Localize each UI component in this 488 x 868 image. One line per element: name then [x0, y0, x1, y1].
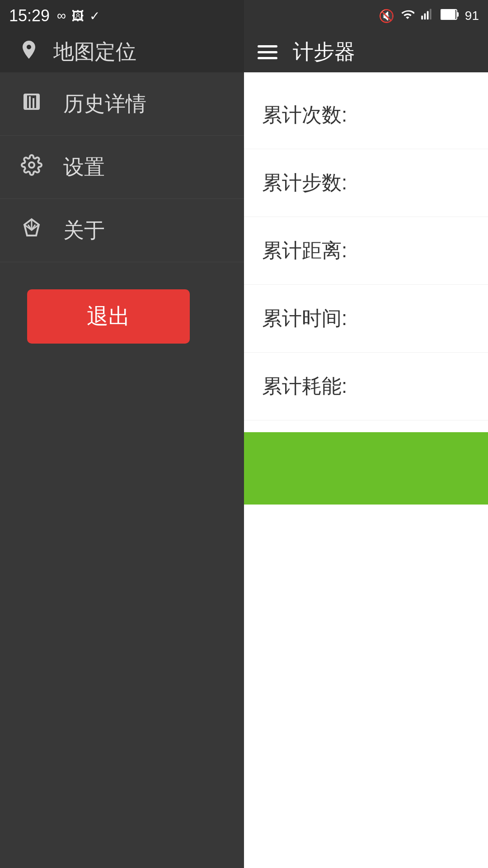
- status-time: 15:29: [9, 6, 50, 25]
- diamond-icon: [18, 217, 45, 244]
- stats-list: 累计次数: 累计步数: 累计距离: 累计时间: 累计耗能:: [244, 72, 488, 429]
- drawer-item-settings[interactable]: 设置: [0, 136, 244, 199]
- svg-rect-13: [430, 9, 432, 19]
- stat-item-calories: 累计耗能:: [244, 353, 488, 420]
- status-icons: ∞ 🖼 ✓: [57, 9, 100, 24]
- stat-item-count: 累计次数:: [244, 81, 488, 149]
- svg-rect-10: [421, 15, 423, 19]
- battery-icon: [441, 9, 459, 24]
- menu-line-1: [258, 45, 277, 47]
- status-bar-left: 15:29 ∞ 🖼 ✓: [0, 0, 244, 32]
- menu-button[interactable]: [258, 45, 277, 59]
- logout-area: 退出: [0, 262, 244, 344]
- stat-label-calories: 累计耗能:: [262, 373, 347, 400]
- green-button-area: [244, 432, 488, 506]
- left-drawer: 15:29 ∞ 🖼 ✓ 地图定位 历史详情: [0, 0, 244, 868]
- svg-rect-16: [457, 12, 459, 17]
- svg-point-5: [29, 162, 34, 168]
- menu-line-3: [258, 57, 277, 59]
- drawer-item-about[interactable]: 关于: [0, 199, 244, 262]
- image-icon: 🖼: [71, 9, 84, 24]
- svg-rect-11: [424, 13, 426, 19]
- right-panel-title: 计步器: [293, 38, 355, 66]
- stat-item-time: 累计时间:: [244, 285, 488, 353]
- stat-label-steps: 累计步数:: [262, 170, 347, 196]
- svg-rect-12: [427, 11, 429, 19]
- mute-icon: 🔇: [379, 9, 394, 24]
- battery-percentage: 91: [465, 9, 479, 23]
- status-bar-right: 🔇 91: [244, 0, 488, 32]
- signal-icon: [421, 8, 434, 24]
- drawer-item-settings-label: 设置: [63, 153, 105, 181]
- svg-rect-15: [441, 10, 455, 19]
- right-panel: 🔇 91: [244, 0, 488, 868]
- status-right-icons: 🔇 91: [379, 8, 479, 24]
- stat-item-distance: 累计距离:: [244, 217, 488, 285]
- start-button[interactable]: [244, 432, 488, 505]
- menu-line-2: [258, 51, 277, 53]
- drawer-item-history-label: 历史详情: [63, 90, 146, 118]
- stat-label-count: 累计次数:: [262, 102, 347, 128]
- wifi-icon: [401, 8, 414, 24]
- infinity-icon: ∞: [57, 9, 66, 23]
- stat-label-time: 累计时间:: [262, 305, 347, 332]
- logout-button[interactable]: 退出: [27, 289, 190, 344]
- check-circle-icon: ✓: [89, 9, 100, 24]
- drawer-item-about-label: 关于: [63, 217, 105, 245]
- drawer-header-title: 地图定位: [53, 38, 136, 66]
- drawer-item-history[interactable]: 历史详情: [0, 72, 244, 136]
- history-icon: [18, 91, 45, 117]
- stat-label-distance: 累计距离:: [262, 237, 347, 264]
- location-icon: [18, 39, 40, 66]
- stat-item-steps: 累计步数:: [244, 149, 488, 217]
- settings-icon: [18, 154, 45, 180]
